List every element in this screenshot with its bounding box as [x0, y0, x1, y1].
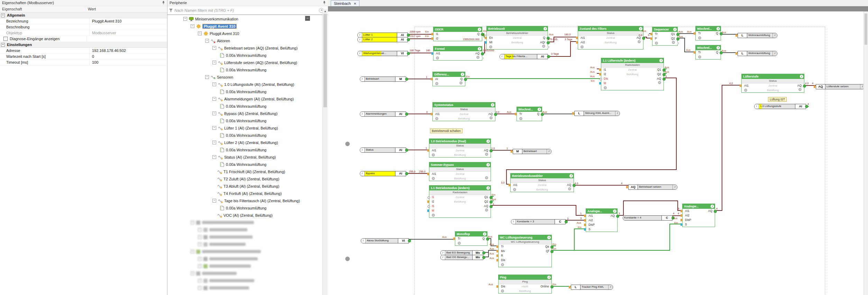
info-icon[interactable] [569, 174, 573, 178]
info-icon[interactable] [358, 51, 362, 56]
input-ref-bypass[interactable]: BypassAI [360, 171, 406, 176]
input-ref-status[interactable]: StatusAI [360, 148, 406, 153]
port-out[interactable] [405, 113, 408, 116]
port-in[interactable] [600, 78, 602, 80]
expander-icon[interactable] [212, 111, 216, 115]
port-in[interactable] [680, 214, 682, 217]
fblock-betriebszeit[interactable]: Betriebszeit Betriebszeitzähler ZentralE… [486, 26, 548, 50]
info-icon[interactable] [755, 104, 759, 109]
add-port-icon[interactable] [489, 45, 492, 48]
port-in[interactable] [515, 113, 517, 115]
port-out[interactable] [642, 37, 645, 40]
tree-node-sensoren[interactable]: Sensoren [167, 73, 322, 81]
port-in[interactable] [431, 52, 433, 55]
input-ref-wartungsintervall[interactable]: Wartungsinterval...VI [357, 51, 408, 56]
port-out[interactable] [663, 78, 666, 81]
fblock-betriebsmodus-real[interactable]: 1.0 Betriebsmodus (Real) Status ZentralA… [429, 138, 491, 158]
redacted-row[interactable] [167, 270, 322, 277]
expander-icon[interactable] [205, 75, 209, 79]
port-in[interactable] [496, 259, 498, 261]
port-out[interactable] [482, 256, 485, 259]
tree-node[interactable]: 0.00a Wohnraumlüftung [167, 52, 322, 59]
port-in[interactable] [680, 210, 682, 212]
expander-icon[interactable] [205, 39, 209, 43]
add-port-icon[interactable] [485, 208, 488, 212]
info-icon[interactable] [613, 209, 616, 213]
tree-node[interactable]: T4 Fortluft (AI) (Zentral, Belüftung) [167, 190, 322, 197]
expander-icon[interactable] [198, 32, 202, 35]
tree-node[interactable]: Alarmmeldungen (AI) (Zentral, Belüftung) [167, 95, 322, 102]
pin-icon[interactable] [161, 1, 166, 5]
port-in[interactable] [427, 173, 429, 175]
tree-node[interactable]: VOC (AI) (Zentral, Belüftung) [167, 212, 322, 219]
tree-node[interactable]: 0.00a Wohnraumlüftung [167, 88, 322, 95]
fblock-ping[interactable]: Ping Ping HWRDisOnline Belüftung [498, 275, 552, 294]
add-port-icon[interactable] [604, 86, 607, 89]
input-ref-alexa[interactable]: Alexa StoßlüftungVI [361, 238, 409, 243]
add-port-icon[interactable] [581, 45, 584, 48]
port-out[interactable] [405, 78, 408, 81]
port-in[interactable] [650, 33, 652, 35]
port-out[interactable] [407, 52, 410, 55]
fblock-betriebsmoduswaehler[interactable]: Betriebsmoduswähler Status ZentralAI1AQ … [510, 173, 574, 192]
add-port-icon[interactable] [432, 214, 435, 217]
port-in[interactable] [735, 52, 737, 55]
redacted-row[interactable] [167, 219, 322, 226]
info-icon[interactable] [773, 33, 777, 38]
input-ref-bad-og[interactable]: Bad OG Bewegu...Mv [440, 255, 483, 260]
port-in[interactable] [576, 41, 578, 44]
port-in[interactable] [650, 37, 652, 40]
add-port-icon[interactable] [658, 81, 661, 84]
port-out[interactable] [803, 84, 806, 88]
expander-icon[interactable] [212, 82, 216, 86]
port-in[interactable] [584, 228, 586, 231]
tree-node[interactable]: 0.00a Wohnraumlüftung [167, 66, 322, 73]
output-ref-betriebsart[interactable]: MBetriebsart [513, 149, 551, 154]
expander-icon[interactable] [212, 97, 216, 101]
info-icon[interactable] [360, 171, 365, 176]
info-icon[interactable] [511, 220, 516, 224]
pin-icon[interactable] [322, 1, 327, 5]
expander-icon[interactable] [212, 141, 216, 144]
port-in[interactable] [427, 149, 429, 152]
expander-icon[interactable] [212, 155, 216, 159]
port-in[interactable] [584, 219, 586, 222]
tree-scrollbar[interactable]: ▲ [322, 9, 328, 295]
scrollbar-thumb[interactable] [865, 14, 867, 45]
port-in[interactable] [740, 84, 741, 87]
fblock-sequencer[interactable]: Sequencer TrQ1 PQ2 [652, 27, 678, 46]
redacted-row[interactable] [167, 248, 322, 255]
port-in[interactable] [431, 33, 433, 35]
add-port-icon[interactable] [459, 81, 463, 84]
prop-value[interactable]: Pluggit Avent 310 [89, 18, 167, 24]
add-port-icon[interactable] [519, 117, 522, 120]
group-allgemein[interactable]: Allgemein [0, 12, 167, 18]
port-out[interactable] [405, 149, 408, 152]
port-in[interactable] [496, 285, 498, 288]
expander-icon[interactable] [212, 126, 216, 130]
comment-label[interactable]: Lüftung IST [768, 97, 787, 102]
info-icon[interactable] [360, 112, 365, 116]
output-ref-luefterstufe-setzen[interactable]: AQLüfterstufe setzen [816, 84, 865, 89]
info-icon[interactable] [486, 163, 490, 167]
info-icon[interactable] [547, 149, 551, 154]
info-icon[interactable] [361, 239, 366, 243]
port-in[interactable] [496, 254, 498, 257]
tree-node-pluggit[interactable]: Pluggit Avent 310 [167, 23, 322, 30]
port-in[interactable] [511, 150, 512, 153]
canvas-dot[interactable] [345, 142, 350, 146]
collapse-all-button[interactable]: − [305, 16, 310, 21]
diagram-canvas[interactable]: Steinbach✕ [328, 0, 868, 295]
redacted-row[interactable] [167, 277, 322, 284]
input-ref-betriebsart[interactable]: BetriebsartM [360, 77, 406, 82]
tree-node[interactable]: Bypass (AI) (Zentral, Belüftung) [167, 110, 322, 117]
fblock-analogwahl-1[interactable]: Analogw... AI1AQ AI2 DisP S [586, 208, 618, 232]
output-ref-betriebsart-setzen[interactable]: AQBetriebsart setzen [628, 185, 677, 190]
info-icon[interactable] [478, 28, 481, 31]
info-icon[interactable] [659, 59, 663, 62]
info-icon[interactable] [360, 148, 365, 152]
info-icon[interactable] [547, 276, 551, 279]
port-out[interactable] [481, 52, 484, 55]
port-in[interactable] [680, 219, 682, 221]
group-einstellungen[interactable]: Einstellungen [0, 42, 167, 48]
